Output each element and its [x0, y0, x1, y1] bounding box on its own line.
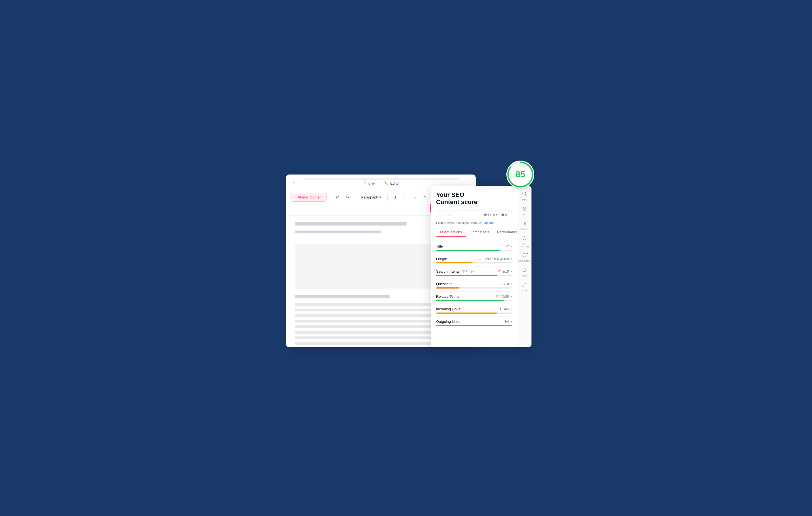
undo-button[interactable]: ↩ [334, 193, 341, 201]
metric-length-right: 🛡 1200/2500 words ▾ [479, 257, 512, 261]
paragraph-chevron: ▾ [379, 195, 381, 199]
update-link[interactable]: Update [484, 221, 494, 224]
italic-button[interactable]: I [401, 193, 409, 201]
bold-button[interactable]: B [391, 193, 399, 201]
title-chevron[interactable]: ▾ [511, 245, 512, 248]
seo-sidebar-label-seo: SEO [522, 198, 527, 201]
tour-icon [522, 268, 527, 273]
metric-outgoing-label: Outgoing Links [436, 320, 460, 324]
ai-icon [522, 207, 527, 212]
tab-performances[interactable]: Performances [493, 228, 517, 237]
seo-title-block: Your SEO Content score [436, 191, 512, 206]
sidebar-item-seo[interactable]: SEO [518, 189, 531, 203]
svg-line-10 [523, 285, 524, 286]
tab-competitors[interactable]: Competitors [466, 228, 493, 237]
underline-button[interactable]: U [411, 193, 419, 201]
metric-questions-right: 3/10 ▾ [502, 282, 512, 286]
metric-outgoing-header: Outgoing Links 4/4 ▾ [436, 320, 512, 324]
seo-content-area: Your SEO Content score seo content ⬟ 6k … [431, 186, 517, 347]
metric-title-label: Title [436, 244, 443, 248]
editor-label: Editor [390, 181, 400, 185]
outgoing-value: 4/4 [504, 320, 509, 324]
sidebar-item-comments[interactable]: Comments [518, 251, 531, 265]
tab-optimizations[interactable]: Optimizations [436, 228, 466, 237]
metric-incoming-header: Incoming Links ↻ 4/5 ▾ [436, 307, 512, 311]
sidebar-item-outline[interactable]: Outline [518, 219, 531, 233]
scene: 85 ‹ 📄 Brief ✏️ Editor + Atomic Content … [281, 163, 531, 353]
keyword-stat-traffic: ⬟ 6k [501, 213, 508, 217]
keyword-stat-rank: # #2 [493, 213, 499, 217]
title-shield-icon: 🛡 [506, 245, 509, 248]
back-button-wrapper: ‹ [291, 179, 297, 185]
intents-bar [436, 275, 512, 276]
focus-keyword-text: Focus Keyword analyzed Sep 02. [436, 221, 482, 224]
questions-bar-fill [436, 287, 459, 289]
questions-chevron[interactable]: ▾ [511, 282, 512, 285]
metric-related-right: 🛡 45/50 ▾ [496, 295, 512, 299]
toolbar-divider-1 [330, 194, 330, 201]
related-bar [436, 300, 512, 301]
heading-line-1 [295, 222, 407, 225]
tab-brief[interactable]: 📄 Brief [362, 180, 376, 186]
length-value: 1200/2500 words [483, 257, 509, 261]
seo-sidebar-label-tour: Tour [522, 274, 527, 277]
metric-questions-label: Questions [436, 282, 453, 286]
incoming-bar [436, 312, 512, 314]
metric-intents-header: Search Intents ⓘ +15 pts 🛡 8/10 ▾ [436, 269, 512, 273]
title-bar [436, 250, 512, 251]
related-chevron[interactable]: ▾ [511, 295, 512, 298]
incoming-chevron[interactable]: ▾ [511, 307, 512, 310]
metric-related-terms: Related Terms 🛡 45/50 ▾ [436, 292, 512, 304]
title-bar-fill [436, 250, 500, 251]
seo-title-line2: Content score [436, 199, 512, 206]
tab-editor[interactable]: ✏️ Editor [384, 180, 400, 186]
metric-search-intents: Search Intents ⓘ +15 pts 🛡 8/10 ▾ [436, 267, 512, 279]
length-bar-fill [436, 262, 473, 264]
length-chevron[interactable]: ▾ [511, 257, 512, 261]
metric-length-label: Length [436, 257, 447, 261]
sidebar-item-ai[interactable]: AI [518, 204, 531, 218]
outgoing-chevron[interactable]: ▾ [511, 320, 512, 323]
seo-sidebar: SEO AI [517, 186, 531, 347]
size-icon [522, 283, 527, 288]
sidebar-item-tour[interactable]: Tour [518, 266, 531, 279]
subtitle-line [295, 295, 389, 298]
related-bar-fill [436, 300, 504, 301]
related-shield-icon: 🛡 [496, 295, 499, 298]
paragraph-label: Paragraph [361, 195, 378, 199]
svg-point-2 [523, 192, 526, 195]
incoming-bar-fill [436, 312, 497, 314]
redo-button[interactable]: ↪ [344, 193, 351, 201]
quote-button[interactable]: " [421, 193, 429, 201]
score-circle: 85 [506, 160, 534, 188]
metric-intents-label: Search Intents ⓘ +15 pts [436, 269, 475, 273]
url-bar-placeholder [303, 178, 459, 180]
seo-panel: Your SEO Content score seo content ⬟ 6k … [431, 186, 531, 347]
metric-incoming-links: Incoming Links ↻ 4/5 ▾ [436, 304, 512, 317]
sidebar-item-fact-checking[interactable]: Fact-checking [518, 234, 531, 250]
outline-icon [522, 221, 527, 227]
incoming-value: 4/5 [504, 307, 509, 311]
metric-intents-right: 🛡 8/10 ▾ [498, 270, 512, 273]
seo-title-line1: Your SEO [436, 191, 512, 199]
back-button[interactable]: ‹ [291, 179, 297, 185]
seo-sidebar-label-fact: Fact-checking [520, 243, 529, 247]
metric-length: Length 🛡 1200/2500 words ▾ [436, 254, 512, 267]
keyword-text: seo content [440, 213, 458, 217]
intents-chevron[interactable]: ▾ [511, 270, 512, 273]
seo-sidebar-label-comments: Comments [518, 260, 531, 262]
svg-line-9 [525, 283, 526, 284]
metric-questions-header: Questions 3/10 ▾ [436, 282, 512, 286]
metric-incoming-label: Incoming Links [436, 307, 460, 311]
outgoing-bar [436, 325, 512, 326]
paragraph-select[interactable]: Paragraph ▾ [358, 194, 384, 201]
metric-related-label: Related Terms [436, 294, 460, 299]
seo-icon [522, 191, 527, 198]
comments-icon [522, 253, 527, 259]
sidebar-item-size[interactable]: Size [518, 280, 531, 294]
atomic-content-button[interactable]: + Atomic Content [291, 193, 326, 202]
metric-length-header: Length 🛡 1200/2500 words ▾ [436, 257, 512, 261]
seo-sidebar-label-size: Size [522, 289, 527, 292]
intents-bar-fill [436, 275, 497, 276]
editor-icon: ✏️ [384, 181, 388, 185]
